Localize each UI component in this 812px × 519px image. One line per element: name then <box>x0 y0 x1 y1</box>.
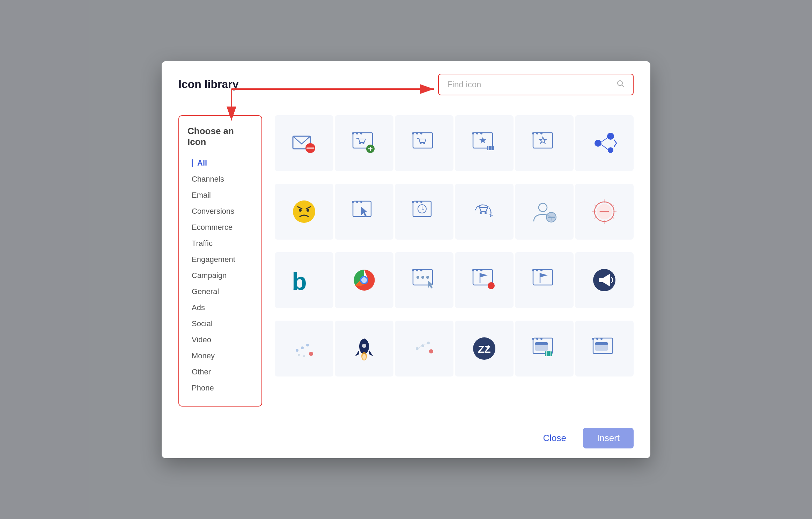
icon-cell-cart-refresh[interactable] <box>455 184 514 240</box>
svg-point-56 <box>480 212 482 214</box>
svg-point-107 <box>303 355 305 357</box>
svg-point-94 <box>532 269 534 271</box>
svg-point-16 <box>416 132 418 134</box>
icon-cell-user-block[interactable] <box>515 184 574 240</box>
icon-cell-bing-logo[interactable]: b <box>275 252 333 308</box>
icon-cell-chrome-logo[interactable] <box>335 252 393 308</box>
svg-point-103 <box>301 346 304 349</box>
search-input[interactable] <box>447 80 612 89</box>
search-icon <box>616 79 625 90</box>
svg-point-22 <box>476 132 478 134</box>
icon-cell-browser-star2[interactable] <box>515 115 574 171</box>
svg-line-1 <box>622 85 624 87</box>
svg-point-7 <box>356 132 358 134</box>
modal-dialog: Icon library Choose an Icon All Channels <box>162 61 650 458</box>
icon-cell-browser-card[interactable] <box>515 321 574 377</box>
svg-point-133 <box>592 338 594 340</box>
icon-cell-scatter-dots[interactable] <box>275 321 333 377</box>
svg-point-77 <box>361 277 367 283</box>
svg-point-57 <box>485 212 487 214</box>
modal-footer: Close Insert <box>162 418 650 458</box>
sidebar: Choose an Icon All Channels Email Conver… <box>178 115 262 407</box>
sidebar-item-traffic[interactable]: Traffic <box>187 235 253 251</box>
svg-point-46 <box>356 201 358 203</box>
svg-rect-14 <box>413 133 433 148</box>
sidebar-item-channels[interactable]: Channels <box>187 171 253 187</box>
svg-point-96 <box>540 269 542 271</box>
sidebar-item-ads[interactable]: Ads <box>187 300 253 316</box>
svg-point-41 <box>307 209 309 212</box>
svg-text:z: z <box>486 343 489 349</box>
icon-cell-sleep-icon[interactable]: ZZ z <box>455 321 514 377</box>
svg-point-52 <box>420 201 422 203</box>
icon-grid: ∞ <box>275 115 634 388</box>
svg-point-106 <box>298 354 300 356</box>
svg-point-102 <box>296 349 298 352</box>
svg-point-109 <box>362 344 366 348</box>
svg-point-113 <box>362 354 366 360</box>
icon-cell-cart-checkout[interactable] <box>395 115 453 171</box>
svg-point-39 <box>293 200 315 223</box>
insert-button[interactable]: Insert <box>583 428 634 448</box>
icon-cell-scatter-dots2[interactable] <box>395 321 453 377</box>
sidebar-item-engagement[interactable]: Engagement <box>187 251 253 268</box>
sidebar-item-email[interactable]: Email <box>187 187 253 203</box>
svg-point-81 <box>420 269 422 271</box>
sidebar-item-phone[interactable]: Phone <box>187 380 253 396</box>
sidebar-item-campaign[interactable]: Campaign <box>187 268 253 284</box>
svg-rect-129 <box>545 351 552 356</box>
svg-point-21 <box>472 132 474 134</box>
modal-header: Icon library <box>162 61 650 104</box>
svg-point-83 <box>421 276 424 279</box>
svg-line-37 <box>601 145 608 149</box>
icon-cell-minus-circle[interactable] <box>575 184 634 240</box>
svg-point-88 <box>476 269 478 271</box>
icon-cell-cart-add[interactable] <box>335 115 393 171</box>
icon-cell-browser-cursor[interactable] <box>335 184 393 240</box>
close-button[interactable]: Close <box>534 429 574 448</box>
svg-point-15 <box>412 132 414 134</box>
icon-cell-browser-flag2[interactable] <box>515 252 574 308</box>
icon-cell-browser-chat[interactable] <box>395 252 453 308</box>
icon-cell-browser-star[interactable] <box>455 115 514 171</box>
sidebar-item-money[interactable]: Money <box>187 348 253 364</box>
sidebar-item-social[interactable]: Social <box>187 316 253 332</box>
sidebar-item-video[interactable]: Video <box>187 332 253 348</box>
svg-point-84 <box>426 276 429 279</box>
modal-body: Choose an Icon All Channels Email Conver… <box>162 104 650 418</box>
svg-point-105 <box>309 352 313 356</box>
svg-point-79 <box>412 269 414 271</box>
icon-cell-rocket[interactable] <box>335 321 393 377</box>
svg-point-92 <box>488 282 495 289</box>
svg-point-117 <box>429 349 433 353</box>
svg-rect-137 <box>595 342 608 345</box>
sidebar-item-conversions[interactable]: Conversions <box>187 203 253 219</box>
icon-cell-browser-flag[interactable] <box>455 252 514 308</box>
icon-cell-browser-clock[interactable] <box>395 184 453 240</box>
svg-point-51 <box>416 201 418 203</box>
icon-cell-social-share[interactable]: ∞ <box>575 115 634 171</box>
svg-rect-25 <box>487 146 494 150</box>
icon-cell-browser-card2[interactable] <box>575 321 634 377</box>
sidebar-item-general[interactable]: General <box>187 284 253 300</box>
search-box-container <box>438 74 634 95</box>
svg-marker-111 <box>369 350 373 356</box>
sidebar-item-ecommerce[interactable]: Ecommerce <box>187 219 253 235</box>
sidebar-item-other[interactable]: Other <box>187 364 253 380</box>
svg-point-135 <box>600 338 603 340</box>
sidebar-item-all[interactable]: All <box>187 155 253 171</box>
icon-cell-email-blocked[interactable] <box>275 115 333 171</box>
svg-rect-28 <box>533 133 553 148</box>
icon-cell-angry-face[interactable] <box>275 184 333 240</box>
svg-point-35 <box>608 147 613 153</box>
svg-marker-32 <box>539 137 546 144</box>
svg-point-126 <box>540 338 542 340</box>
svg-line-36 <box>601 138 608 142</box>
icon-cell-megaphone[interactable] <box>575 252 634 308</box>
svg-rect-101 <box>599 278 603 282</box>
svg-marker-91 <box>480 273 488 277</box>
svg-point-10 <box>363 142 364 144</box>
svg-line-55 <box>422 209 424 210</box>
modal-overlay: Icon library Choose an Icon All Channels <box>0 0 812 519</box>
svg-point-45 <box>352 201 354 203</box>
